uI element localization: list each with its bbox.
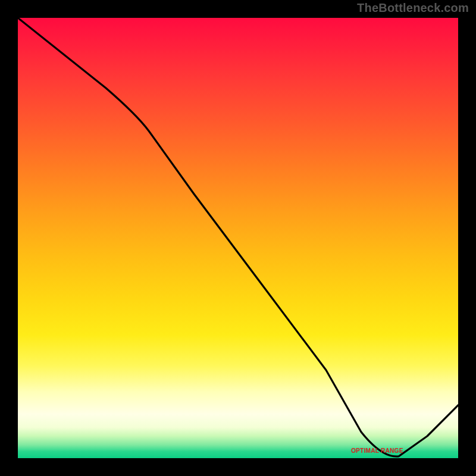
watermark-text: TheBottleneck.com bbox=[357, 1, 469, 15]
plot-area: OPTIMAL RANGE bbox=[18, 18, 458, 458]
bottleneck-curve bbox=[18, 18, 458, 456]
curve-svg bbox=[18, 18, 458, 458]
chart-frame: TheBottleneck.com OPTIMAL RANGE bbox=[0, 0, 476, 476]
optimal-range-label: OPTIMAL RANGE bbox=[351, 447, 403, 454]
